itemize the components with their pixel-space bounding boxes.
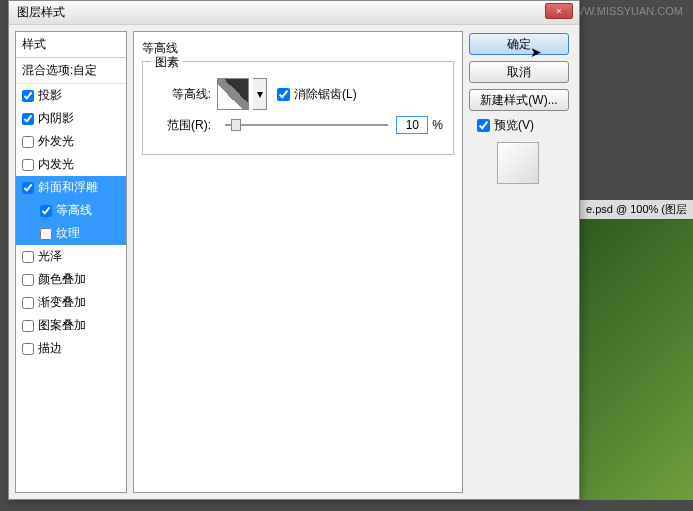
layer-style-dialog: 图层样式 × 样式 混合选项:自定 投影内阴影外发光内发光斜面和浮雕等高线纹理光… [8, 0, 580, 500]
contour-label: 等高线: [153, 86, 211, 103]
contour-picker[interactable] [217, 78, 249, 110]
chevron-down-icon: ▾ [257, 87, 263, 101]
range-slider[interactable] [225, 124, 388, 126]
style-item-11[interactable]: 描边 [16, 337, 126, 360]
range-slider-thumb[interactable] [231, 119, 241, 131]
contour-row: 等高线: ▾ 消除锯齿(L) [153, 78, 443, 110]
style-label: 内阴影 [38, 110, 74, 127]
contour-group-title: 等高线 [142, 40, 454, 57]
preview-swatch [497, 142, 539, 184]
style-checkbox[interactable] [22, 251, 34, 263]
range-input[interactable] [396, 116, 428, 134]
style-item-1[interactable]: 内阴影 [16, 107, 126, 130]
style-checkbox[interactable] [40, 228, 52, 240]
settings-panel: 等高线 图素 等高线: ▾ 消除锯齿(L) [133, 31, 463, 493]
percent-label: % [432, 118, 443, 132]
style-label: 内发光 [38, 156, 74, 173]
style-label: 渐变叠加 [38, 294, 86, 311]
style-item-0[interactable]: 投影 [16, 84, 126, 107]
new-style-button[interactable]: 新建样式(W)... [469, 89, 569, 111]
contour-fieldset: 等高线 图素 等高线: ▾ 消除锯齿(L) [142, 40, 454, 155]
ok-button[interactable]: 确定 ➤ [469, 33, 569, 55]
antialias-label: 消除锯齿(L) [294, 86, 357, 103]
buttons-panel: 确定 ➤ 取消 新建样式(W)... 预览(V) [463, 31, 573, 493]
style-item-9[interactable]: 渐变叠加 [16, 291, 126, 314]
style-checkbox[interactable] [22, 343, 34, 355]
background-image [573, 220, 693, 500]
preview-checkbox[interactable] [477, 119, 490, 132]
antialias-checkbox[interactable] [277, 88, 290, 101]
style-item-5[interactable]: 等高线 [16, 199, 126, 222]
range-row: 范围(R): % [153, 116, 443, 134]
style-checkbox[interactable] [22, 320, 34, 332]
style-item-8[interactable]: 颜色叠加 [16, 268, 126, 291]
style-checkbox[interactable] [40, 205, 52, 217]
style-label: 颜色叠加 [38, 271, 86, 288]
style-label: 斜面和浮雕 [38, 179, 98, 196]
style-item-4[interactable]: 斜面和浮雕 [16, 176, 126, 199]
style-label: 纹理 [56, 225, 80, 242]
antialias-checkbox-wrap[interactable]: 消除锯齿(L) [277, 86, 357, 103]
elements-fieldset: 图素 等高线: ▾ 消除锯齿(L) 范围(R): [142, 61, 454, 155]
preview-label: 预览(V) [494, 117, 534, 134]
style-checkbox[interactable] [22, 113, 34, 125]
style-label: 图案叠加 [38, 317, 86, 334]
style-checkbox[interactable] [22, 159, 34, 171]
preview-checkbox-wrap[interactable]: 预览(V) [477, 117, 573, 134]
styles-header[interactable]: 样式 [16, 32, 126, 58]
background-tab: e.psd @ 100% (图层 [580, 200, 693, 219]
style-checkbox[interactable] [22, 274, 34, 286]
elements-label: 图素 [151, 54, 183, 71]
style-checkbox[interactable] [22, 182, 34, 194]
ok-label: 确定 [507, 36, 531, 53]
styles-list-panel: 样式 混合选项:自定 投影内阴影外发光内发光斜面和浮雕等高线纹理光泽颜色叠加渐变… [15, 31, 127, 493]
style-label: 光泽 [38, 248, 62, 265]
style-item-7[interactable]: 光泽 [16, 245, 126, 268]
style-label: 等高线 [56, 202, 92, 219]
style-checkbox[interactable] [22, 136, 34, 148]
cursor-icon: ➤ [530, 44, 542, 60]
contour-dropdown[interactable]: ▾ [253, 78, 267, 110]
cancel-button[interactable]: 取消 [469, 61, 569, 83]
range-label: 范围(R): [153, 117, 211, 134]
style-item-10[interactable]: 图案叠加 [16, 314, 126, 337]
style-item-3[interactable]: 内发光 [16, 153, 126, 176]
style-label: 外发光 [38, 133, 74, 150]
titlebar[interactable]: 图层样式 × [9, 1, 579, 25]
style-label: 投影 [38, 87, 62, 104]
style-checkbox[interactable] [22, 90, 34, 102]
close-button[interactable]: × [545, 3, 573, 19]
style-item-6[interactable]: 纹理 [16, 222, 126, 245]
style-label: 描边 [38, 340, 62, 357]
blend-options-item[interactable]: 混合选项:自定 [16, 58, 126, 84]
style-checkbox[interactable] [22, 297, 34, 309]
dialog-title: 图层样式 [13, 4, 65, 21]
dialog-body: 样式 混合选项:自定 投影内阴影外发光内发光斜面和浮雕等高线纹理光泽颜色叠加渐变… [9, 25, 579, 499]
style-item-2[interactable]: 外发光 [16, 130, 126, 153]
